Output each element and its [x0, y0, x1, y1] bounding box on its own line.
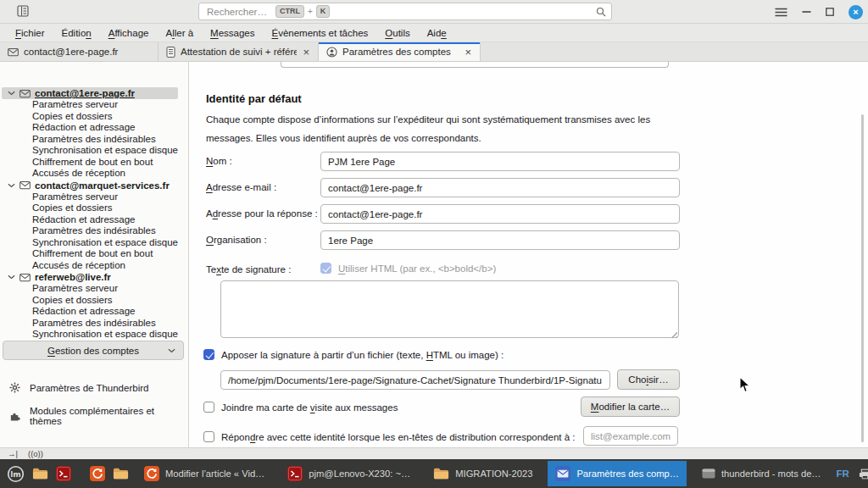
chevron-expanded-icon[interactable] — [8, 183, 15, 188]
signature-textarea[interactable] — [220, 280, 679, 338]
account-contact-marquet-services-fr[interactable]: contact@marquet-services.fr — [2, 180, 178, 191]
global-search[interactable]: Rechercher… CTRL+K — [198, 3, 612, 20]
use-html-label: Utiliser HTML (par ex., <b>bold</b>) — [338, 263, 496, 274]
tab-attestation-de-suivi-referent[interactable]: Attestation de suivi + référent× — [159, 42, 319, 61]
menu-evenements-et-taches[interactable]: Évènements et tâches — [264, 24, 377, 42]
system-tray: FR23:13 — [837, 468, 868, 480]
taskbar-window-label: Modifier l’article « Vid… — [165, 469, 264, 479]
account-setting-accuses-de-reception[interactable]: Accusés de réception — [0, 260, 186, 272]
tab-close-icon[interactable]: × — [302, 46, 310, 58]
sidebar-item-parametres-de-thunderbird[interactable]: Paramètres de Thunderbird — [9, 382, 148, 393]
taskbar-window-migration-2023[interactable]: MIGRATION-2023 — [426, 461, 540, 486]
label-adresse-e-mail: Adresse e-mail : — [206, 182, 276, 192]
account-setting-copies-et-dossiers[interactable]: Copies et dossiers — [0, 202, 186, 214]
menu-affichage[interactable]: Affichage — [100, 24, 158, 42]
doc-icon — [166, 47, 175, 58]
keyboard-layout-indicator[interactable]: FR — [837, 469, 849, 479]
menu-messages[interactable]: Messages — [202, 24, 263, 42]
chevron-down-icon — [168, 348, 175, 353]
account-setting-parametres-des-indesirables[interactable]: Paramètres des indésirables — [0, 134, 186, 146]
taskbar-window-modifier-l-article-vid[interactable]: Modifier l’article « Vid… — [136, 461, 272, 486]
account-referweb-live-fr[interactable]: referweb@live.fr — [2, 271, 178, 283]
account-setting-chiffrement-de-bout-en-bout[interactable]: Chiffrement de bout en bout — [0, 248, 186, 260]
edit-card-button[interactable]: Modifier la carte… — [581, 396, 680, 417]
attach-signature-checkbox[interactable] — [203, 349, 214, 360]
main-scrollbar[interactable] — [861, 114, 864, 442]
account-setting-accuses-de-reception[interactable]: Accusés de réception — [0, 168, 186, 180]
menu-fichier[interactable]: Fichier — [7, 24, 53, 42]
kbd-ctrl: CTRL — [275, 5, 304, 18]
tab-contact-1ere-page-fr[interactable]: contact@1ere-page.fr — [0, 42, 159, 61]
account-setting-redaction-et-adressage[interactable]: Rédaction et adressage — [0, 306, 186, 318]
mail-icon — [8, 47, 19, 57]
launcher-files[interactable] — [32, 463, 48, 485]
spaces-toolbar-icon[interactable] — [17, 5, 29, 17]
use-html-checkbox[interactable] — [320, 263, 331, 274]
account-name: referweb@live.fr — [35, 272, 111, 282]
section-description: Chaque compte dispose d’informations sur… — [206, 110, 650, 147]
gear-icon — [9, 382, 20, 393]
printer-icon[interactable] — [859, 469, 868, 480]
account-setting-parametres-serveur[interactable]: Paramètres serveur — [0, 99, 186, 111]
menu-outils[interactable]: Outils — [376, 24, 418, 42]
app-menu-icon[interactable] — [775, 8, 787, 17]
account-setting-copies-et-dossiers[interactable]: Copies et dossiers — [0, 111, 186, 123]
terminal-icon — [287, 466, 303, 481]
vcard-checkbox[interactable] — [203, 402, 214, 413]
account-setting-synchronisation-et-espace-disque[interactable]: Synchronisation et espace disque — [0, 237, 186, 249]
account-setting-redaction-et-adressage[interactable]: Rédaction et adressage — [0, 122, 186, 134]
tab-label: Attestation de suivi + référent — [181, 47, 297, 57]
scrolled-field-remnant[interactable] — [281, 62, 669, 68]
minimize-icon[interactable] — [802, 10, 811, 14]
taskbar-window-label: MIGRATION-2023 — [455, 469, 532, 479]
manage-accounts-button[interactable]: Gestion des comptes — [3, 341, 184, 360]
antenna-icon[interactable]: ((o)) — [28, 449, 43, 458]
input-adresse-e-mail[interactable] — [320, 178, 680, 197]
sidebar-item-modules-complementaires-et-themes[interactable]: Modules complémentaires et thèmes — [9, 406, 188, 426]
account-setting-parametres-des-indesirables[interactable]: Paramètres des indésirables — [0, 225, 186, 237]
quick-launch-files[interactable] — [113, 463, 129, 485]
quick-launch-app[interactable] — [90, 463, 105, 485]
account-setting-synchronisation-et-espace-disque[interactable]: Synchronisation et espace disque — [0, 145, 186, 157]
search-shortcut: CTRL+K — [275, 5, 330, 18]
account-setting-chiffrement-de-bout-en-bout[interactable]: Chiffrement de bout en bout — [0, 157, 186, 169]
menu-edition[interactable]: Édition — [53, 24, 100, 42]
signature-file-input[interactable] — [220, 370, 610, 390]
chevron-expanded-icon[interactable] — [8, 274, 15, 280]
taskbar-window-pjm-lenovo-x230[interactable]: pjm@Lenovo-X230: ~… — [280, 461, 418, 486]
tab-close-icon[interactable]: × — [464, 46, 472, 58]
reply-identity-checkbox[interactable] — [203, 431, 214, 442]
menu-aller-a[interactable]: Aller à — [157, 24, 202, 42]
input-organisation[interactable] — [320, 230, 680, 250]
tab-parametres-des-comptes[interactable]: Paramètres des comptes× — [319, 42, 481, 61]
input-nom[interactable] — [320, 152, 680, 171]
account-contact-1ere-page-fr[interactable]: contact@1ere-page.fr — [2, 87, 178, 99]
reply-identity-input[interactable] — [583, 426, 678, 446]
account-setting-copies-et-dossiers[interactable]: Copies et dossiers — [0, 295, 186, 307]
chevron-expanded-icon[interactable] — [8, 91, 15, 96]
account-setting-parametres-des-indesirables[interactable]: Paramètres des indésirables — [0, 318, 186, 330]
input-adresse-pour-la-reponse[interactable] — [320, 204, 680, 224]
taskbar-window-thunderbird-mots-de[interactable]: thunderbird - mots de… — [694, 461, 829, 486]
launcher-terminal[interactable] — [56, 463, 71, 485]
maximize-icon[interactable] — [826, 8, 834, 16]
mail-account-icon — [19, 89, 31, 98]
account-setting-redaction-et-adressage[interactable]: Rédaction et adressage — [0, 214, 186, 226]
svg-text:lm: lm — [10, 469, 21, 478]
signature-label: Texte de signature : — [206, 264, 291, 274]
menu-aide[interactable]: Aide — [419, 24, 455, 42]
status-bar: →| ((o)) — [0, 447, 868, 459]
tab-arrow-icon[interactable]: →| — [8, 449, 18, 458]
launcher-menu[interactable]: lm — [7, 463, 25, 485]
folder-icon — [433, 467, 449, 480]
search-icon[interactable] — [596, 7, 606, 17]
close-icon[interactable]: × — [849, 5, 863, 19]
taskbar-window-parametres-des-comp[interactable]: Paramètres des comp… — [548, 461, 687, 486]
account-setting-parametres-serveur[interactable]: Paramètres serveur — [0, 283, 186, 295]
choose-file-button[interactable]: Choisir… — [617, 369, 680, 390]
account-setting-synchronisation-et-espace-disque[interactable]: Synchronisation et espace disque — [0, 329, 186, 340]
sidebar-item-label: Paramètres de Thunderbird — [30, 383, 148, 393]
account-setting-parametres-serveur[interactable]: Paramètres serveur — [0, 191, 186, 203]
vcard-label: Joindre ma carte de visite aux messages — [221, 402, 398, 413]
taskbar-window-label: pjm@Lenovo-X230: ~… — [309, 469, 410, 479]
